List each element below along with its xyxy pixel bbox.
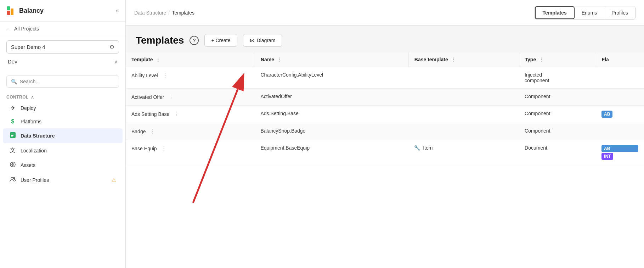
breadcrumb: Data Structure / Templates xyxy=(134,10,194,16)
col-name: Name ⋮ xyxy=(255,52,408,67)
diagram-icon: ⋈ xyxy=(250,38,255,43)
cell-name: Equipment.BaseEquip xyxy=(255,140,408,165)
assets-icon xyxy=(9,161,16,169)
cell-flags: AB xyxy=(596,106,644,123)
row-menu-icon[interactable]: ⋮ xyxy=(165,94,177,100)
content-header: Templates ? + Create ⋈ Diagram xyxy=(126,26,644,52)
cell-base-template xyxy=(408,106,519,123)
templates-table: Template ⋮ Name ⋮ xyxy=(126,52,644,165)
table-row: Ability Level ⋮ CharacterConfig.AbilityL… xyxy=(126,67,644,89)
row-menu-icon[interactable]: ⋮ xyxy=(171,111,182,117)
app-name: Balancy xyxy=(19,7,44,15)
topbar-tabs: Templates Enums Profiles xyxy=(535,6,635,19)
logo: Balancy xyxy=(6,6,44,16)
cell-name: Ads.Setting.Base xyxy=(255,106,408,123)
svg-rect-2 xyxy=(7,6,10,10)
cell-type: Document xyxy=(519,140,596,165)
help-icon[interactable]: ? xyxy=(190,36,199,45)
project-name-row[interactable]: Super Demo 4 ⚙ xyxy=(6,40,119,54)
cell-template: Badge ⋮ xyxy=(126,123,255,140)
sidebar-item-user-profiles[interactable]: User Profiles ⚠ xyxy=(3,173,123,188)
platforms-icon: $ xyxy=(9,118,16,125)
project-selector: Super Demo 4 ⚙ Dev ∨ xyxy=(0,36,125,71)
diagram-button[interactable]: ⋈ Diagram xyxy=(243,34,282,47)
search-icon: 🔍 xyxy=(11,79,17,84)
col-template: Template ⋮ xyxy=(126,52,255,67)
cell-base-template xyxy=(408,89,519,106)
search-input[interactable] xyxy=(20,79,114,84)
cell-type: Component xyxy=(519,123,596,140)
sidebar-item-label: Data Structure xyxy=(21,133,55,139)
sidebar-item-label: User Profiles xyxy=(21,177,49,183)
cell-type: Component xyxy=(519,89,596,106)
cell-name: ActivatedOffer xyxy=(255,89,408,106)
data-structure-icon xyxy=(9,132,16,140)
table-row: Activated Offer ⋮ ActivatedOffer Compone… xyxy=(126,89,644,106)
logo-icon xyxy=(6,6,16,16)
content-area: Templates ? + Create ⋈ Diagram Template xyxy=(126,26,644,268)
table-row: Ads Setting Base ⋮ Ads.Setting.Base Comp… xyxy=(126,106,644,123)
row-menu-icon[interactable]: ⋮ xyxy=(159,72,171,78)
templates-table-container: Template ⋮ Name ⋮ xyxy=(126,52,644,268)
search-box[interactable]: 🔍 xyxy=(6,76,119,88)
sidebar-item-label: Deploy xyxy=(21,105,36,111)
svg-point-9 xyxy=(11,177,13,179)
collapse-button[interactable]: « xyxy=(116,7,119,14)
breadcrumb-current: Templates xyxy=(172,10,194,16)
ab-badge: AB xyxy=(601,145,638,152)
svg-rect-1 xyxy=(11,9,13,15)
localization-icon: 文 xyxy=(9,147,16,154)
chevron-down-icon: ∨ xyxy=(114,59,118,65)
cell-name: BalancyShop.Badge xyxy=(255,123,408,140)
tab-enums[interactable]: Enums xyxy=(575,6,605,19)
sidebar-item-label: Assets xyxy=(21,162,35,168)
create-button[interactable]: + Create xyxy=(204,34,237,47)
svg-rect-5 xyxy=(11,135,13,136)
sidebar-item-assets[interactable]: Assets xyxy=(3,158,123,173)
int-badge: INT xyxy=(601,153,613,160)
cell-type: Component xyxy=(519,106,596,123)
sidebar-item-data-structure[interactable]: Data Structure xyxy=(3,128,123,143)
col-type-menu-icon[interactable]: ⋮ xyxy=(539,57,544,62)
cell-flags xyxy=(596,89,644,106)
environment-label: Dev xyxy=(8,58,17,65)
topbar: Data Structure / Templates Templates Enu… xyxy=(126,0,644,26)
sidebar-item-localization[interactable]: 文 Localization xyxy=(3,143,123,158)
environment-selector[interactable]: Dev ∨ xyxy=(6,56,119,67)
sidebar-item-platforms[interactable]: $ Platforms xyxy=(3,115,123,128)
svg-rect-4 xyxy=(11,134,15,134)
sidebar-nav: ✈ Deploy $ Platforms Data Structure 文 Lo… xyxy=(0,101,125,188)
col-name-menu-icon[interactable]: ⋮ xyxy=(277,57,282,62)
table-row: Badge ⋮ BalancyShop.Badge Component xyxy=(126,123,644,140)
svg-point-10 xyxy=(13,177,15,179)
col-template-menu-icon[interactable]: ⋮ xyxy=(156,57,160,62)
table-row: Base Equip ⋮ Equipment.BaseEquip 🔧 Item … xyxy=(126,140,644,165)
cell-flags xyxy=(596,123,644,140)
sidebar-item-deploy[interactable]: ✈ Deploy xyxy=(3,101,123,115)
cell-template: Base Equip ⋮ xyxy=(126,140,255,165)
all-projects-link[interactable]: ← All Projects xyxy=(0,22,125,36)
col-flags: Fla xyxy=(596,52,644,67)
breadcrumb-separator: / xyxy=(168,10,170,16)
project-name: Super Demo 4 xyxy=(11,44,45,50)
tab-templates[interactable]: Templates xyxy=(535,6,575,19)
cell-type: Injectedcomponent xyxy=(519,67,596,89)
cell-template: Activated Offer ⋮ xyxy=(126,89,255,106)
row-menu-icon[interactable]: ⋮ xyxy=(147,128,158,134)
settings-icon[interactable]: ⚙ xyxy=(109,44,114,50)
ab-badge: AB xyxy=(601,111,612,118)
col-base-template-menu-icon[interactable]: ⋮ xyxy=(451,57,456,62)
sidebar-header: Balancy « xyxy=(0,0,125,22)
cell-base-template xyxy=(408,123,519,140)
cell-template: Ads Setting Base ⋮ xyxy=(126,106,255,123)
tab-profiles[interactable]: Profiles xyxy=(604,6,635,19)
table-header-row: Template ⋮ Name ⋮ xyxy=(126,52,644,67)
cell-name: CharacterConfig.AbilityLevel xyxy=(255,67,408,89)
cell-template: Ability Level ⋮ xyxy=(126,67,255,89)
sidebar-item-label: Localization xyxy=(21,148,47,153)
user-profiles-icon xyxy=(9,176,16,184)
col-base-template: Base template ⋮ xyxy=(408,52,519,67)
row-menu-icon[interactable]: ⋮ xyxy=(158,145,170,151)
page-title: Templates xyxy=(136,35,184,46)
svg-rect-6 xyxy=(11,136,13,137)
